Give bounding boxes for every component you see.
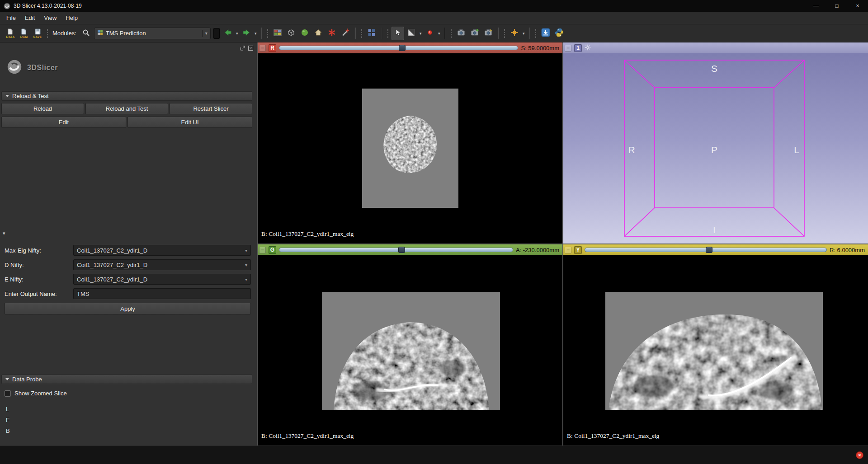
- module-selector-combobox[interactable]: TMS Prediction ▾: [94, 28, 211, 39]
- pointer-mode-button[interactable]: [392, 27, 404, 40]
- scene-camera-menu-icon: [484, 28, 493, 38]
- menu-view[interactable]: View: [39, 13, 61, 23]
- layout-selector-button[interactable]: [271, 27, 284, 40]
- toolbar-handle[interactable]: [451, 29, 452, 38]
- red-slider-handle[interactable]: [399, 45, 406, 51]
- red-slice-offset-slider[interactable]: [279, 44, 518, 52]
- toolbar-handle[interactable]: [387, 29, 388, 38]
- red-slice-viewport[interactable]: B: Coil1_137027_C2_ydir1_max_eig: [258, 53, 562, 244]
- minimize-button[interactable]: —: [806, 0, 826, 12]
- section-collapse-chevron[interactable]: ▾: [3, 230, 5, 236]
- add-dicom-button[interactable]: DCM: [18, 27, 30, 40]
- menu-help[interactable]: Help: [61, 13, 82, 23]
- yellow-slider-handle[interactable]: [706, 247, 712, 253]
- chevron-down-icon: ▾: [236, 31, 238, 36]
- volume-rendering-button[interactable]: [298, 27, 311, 40]
- green-slice-offset-slider[interactable]: [279, 246, 513, 253]
- yellow-slice-offset-value[interactable]: R: 6.0000mm: [830, 247, 865, 253]
- extensions-manager-button[interactable]: [539, 27, 552, 40]
- red-pin-button[interactable]: −: [259, 45, 266, 52]
- green-pin-button[interactable]: −: [259, 247, 266, 253]
- module-history-button[interactable]: [213, 28, 220, 39]
- d-nifty-value: Coil1_137027_C2_ydir1_D: [77, 262, 243, 268]
- magic-wand-icon: [341, 28, 350, 38]
- cube-view-button[interactable]: [285, 27, 297, 40]
- toolbar-handle[interactable]: [47, 29, 48, 38]
- threed-viewport[interactable]: S R P L I: [563, 53, 868, 244]
- d-nifty-combobox[interactable]: Coil1_137027_C2_ydir1_D ▾: [73, 259, 251, 270]
- hide-panel-icon[interactable]: [248, 45, 253, 52]
- reload-and-test-button[interactable]: Reload and Test: [85, 103, 168, 114]
- threed-view-label: 1: [576, 45, 580, 51]
- green-slider-groove[interactable]: [279, 248, 513, 252]
- modules-label: Modules:: [52, 30, 76, 37]
- close-button[interactable]: ×: [847, 0, 868, 12]
- green-slice-offset-value[interactable]: A: -230.0000mm: [516, 247, 559, 253]
- pin-icon: −: [261, 45, 264, 51]
- green-view-menu-button[interactable]: G: [269, 246, 276, 254]
- reload-button-row: Reload Reload and Test Restart Slicer: [1, 103, 252, 114]
- four-up-layout-button[interactable]: [365, 27, 378, 40]
- reload-test-section: Reload & Test Reload Reload and Test Res…: [1, 91, 252, 128]
- chevron-down-icon: ▾: [255, 31, 257, 36]
- red-view-menu-button[interactable]: R: [269, 44, 276, 52]
- history-forward-dropdown[interactable]: ▾: [253, 27, 258, 40]
- threed-view-menu-button[interactable]: 1: [574, 44, 582, 52]
- window-level-mode-button[interactable]: [405, 27, 418, 40]
- threed-pin-button[interactable]: −: [565, 45, 571, 52]
- python-console-button[interactable]: [553, 27, 566, 40]
- history-back-button[interactable]: [222, 27, 234, 40]
- toolbar-handle[interactable]: [504, 29, 505, 38]
- red-slice-offset-value[interactable]: S: 59.0000mm: [521, 45, 559, 52]
- edit-button[interactable]: Edit: [1, 117, 126, 128]
- yellow-slice-viewport[interactable]: B: Coil1_137027_C2_ydir1_max_eig: [563, 255, 868, 445]
- tms-form: Max-Eig Nifty: Coil1_137027_C2_ydir1_D ▾…: [0, 245, 257, 314]
- data-probe-header[interactable]: Data Probe: [1, 375, 252, 384]
- max-eig-combobox[interactable]: Coil1_137027_C2_ydir1_D ▾: [73, 245, 251, 256]
- yellow-view-menu-button[interactable]: Y: [574, 246, 582, 254]
- add-data-button[interactable]: DATA: [4, 27, 17, 40]
- save-button[interactable]: SAVE: [31, 27, 44, 40]
- crosshair-button[interactable]: [508, 27, 521, 40]
- restart-slicer-button[interactable]: Restart Slicer: [170, 103, 252, 114]
- yellow-slice-offset-slider[interactable]: [585, 246, 827, 253]
- place-point-dropdown[interactable]: ▾: [437, 27, 442, 40]
- markups-button[interactable]: [326, 27, 338, 40]
- scene-view-menu-button[interactable]: [482, 27, 495, 40]
- home-button[interactable]: [312, 27, 325, 40]
- edit-ui-button[interactable]: Edit UI: [127, 117, 252, 128]
- toolbar-handle[interactable]: [267, 29, 268, 38]
- yellow-pin-button[interactable]: −: [565, 247, 571, 253]
- output-name-input[interactable]: [73, 288, 251, 299]
- crosshair-dropdown[interactable]: ▾: [521, 27, 526, 40]
- green-slice-controller: − G A: -230.0000mm: [258, 244, 562, 255]
- e-nifty-combobox[interactable]: Coil1_137027_C2_ydir1_D ▾: [73, 274, 251, 285]
- toolbar-handle[interactable]: [535, 29, 536, 38]
- view-options-gear-icon[interactable]: [585, 44, 591, 52]
- menu-edit[interactable]: Edit: [20, 13, 39, 23]
- toolbar-separator: [381, 28, 382, 39]
- green-slice-viewport[interactable]: B: Coil1_137027_C2_ydir1_max_eig: [258, 255, 562, 445]
- menu-file[interactable]: File: [2, 13, 20, 23]
- module-search-button[interactable]: [80, 27, 92, 40]
- orientation-cube: S R P L I: [563, 53, 868, 244]
- save-icon: SAVE: [33, 28, 42, 38]
- place-point-button[interactable]: [424, 27, 436, 40]
- save-label: SAVE: [33, 35, 42, 38]
- cube-icon: [287, 28, 296, 38]
- toolbar-handle[interactable]: [361, 29, 362, 38]
- window-level-dropdown[interactable]: ▾: [418, 27, 423, 40]
- error-log-button[interactable]: ×: [856, 451, 863, 459]
- history-forward-button[interactable]: [240, 27, 253, 40]
- undock-panel-icon[interactable]: [240, 45, 245, 52]
- scene-view-button[interactable]: [468, 27, 481, 40]
- show-zoomed-slice-checkbox[interactable]: [5, 390, 11, 397]
- screenshot-button[interactable]: [455, 27, 467, 40]
- magic-wand-button[interactable]: [339, 27, 352, 40]
- history-back-dropdown[interactable]: ▾: [235, 27, 240, 40]
- maximize-button[interactable]: □: [826, 0, 847, 12]
- reload-button[interactable]: Reload: [1, 103, 84, 114]
- reload-test-header[interactable]: Reload & Test: [1, 91, 252, 101]
- apply-button[interactable]: Apply: [5, 303, 251, 314]
- green-slider-handle[interactable]: [398, 247, 405, 253]
